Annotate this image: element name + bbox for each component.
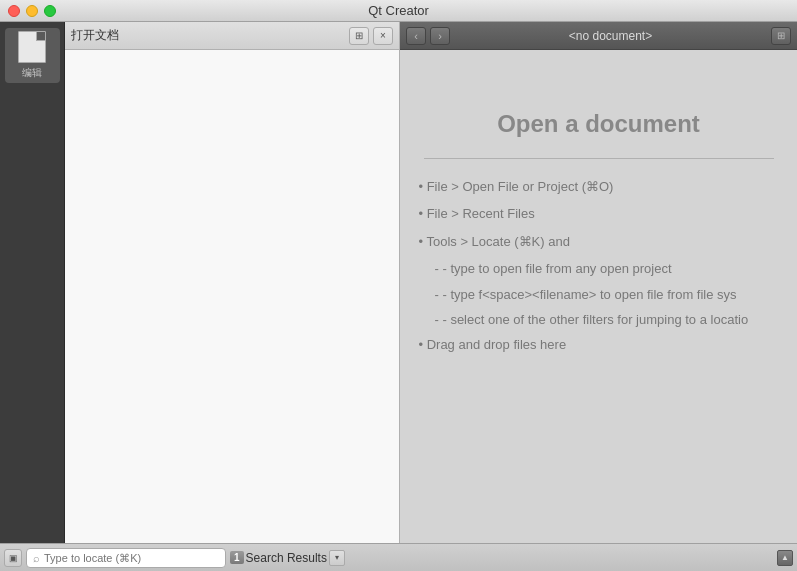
divider: [424, 158, 774, 159]
search-box[interactable]: ⌕: [26, 548, 226, 568]
right-split-button[interactable]: ⊞: [771, 27, 791, 45]
list-subitem: - type to open file from any open projec…: [419, 257, 779, 280]
search-badge: 1: [230, 551, 244, 564]
right-panel: ‹ › <no document> ⊞ Open a document File…: [400, 22, 797, 543]
left-panel-content: [65, 50, 399, 543]
list-subitem: - select one of the other filters for ju…: [419, 308, 779, 331]
nav-back-button[interactable]: ‹: [406, 27, 426, 45]
sidebar-item-edit[interactable]: 编辑: [5, 28, 60, 83]
left-panel-title: 打开文档: [71, 27, 345, 44]
minimize-button[interactable]: [26, 5, 38, 17]
window-title: Qt Creator: [368, 3, 429, 18]
edit-document-icon: [18, 31, 46, 63]
title-bar: Qt Creator: [0, 0, 797, 22]
list-item: Drag and drop files here: [419, 333, 779, 356]
search-results-label: Search Results: [246, 551, 327, 565]
search-results-tab[interactable]: 1 Search Results ▾: [230, 550, 345, 566]
list-item: File > Open File or Project (⌘O): [419, 175, 779, 198]
nav-forward-button[interactable]: ›: [430, 27, 450, 45]
open-document-list: File > Open File or Project (⌘O) File > …: [409, 175, 789, 361]
right-panel-toolbar: ‹ › <no document> ⊞: [400, 22, 797, 50]
scroll-up-button[interactable]: ▲: [777, 550, 793, 566]
sidebar: 编辑: [0, 22, 65, 543]
search-input[interactable]: [44, 552, 184, 564]
search-icon: ⌕: [33, 552, 40, 564]
left-split-button[interactable]: ⊞: [349, 27, 369, 45]
list-item: File > Recent Files: [419, 202, 779, 225]
left-panel: 打开文档 ⊞ ×: [65, 22, 400, 543]
left-close-button[interactable]: ×: [373, 27, 393, 45]
left-panel-toolbar: 打开文档 ⊞ ×: [65, 22, 399, 50]
main-container: 编辑 打开文档 ⊞ × ‹ › <no document> ⊞ Open a d…: [0, 22, 797, 543]
close-button[interactable]: [8, 5, 20, 17]
search-dropdown-button[interactable]: ▾: [329, 550, 345, 566]
maximize-button[interactable]: [44, 5, 56, 17]
sidebar-edit-label: 编辑: [22, 66, 42, 80]
list-subitem: - type f<space><filename> to open file f…: [419, 283, 779, 306]
toggle-panel-button[interactable]: ▣: [4, 549, 22, 567]
document-title: <no document>: [454, 29, 767, 43]
bottom-bar: ▣ ⌕ 1 Search Results ▾ ▲: [0, 543, 797, 571]
traffic-lights: [8, 5, 56, 17]
right-panel-content: Open a document File > Open File or Proj…: [400, 50, 797, 543]
list-item: Tools > Locate (⌘K) and: [419, 230, 779, 253]
open-document-heading: Open a document: [497, 110, 700, 138]
